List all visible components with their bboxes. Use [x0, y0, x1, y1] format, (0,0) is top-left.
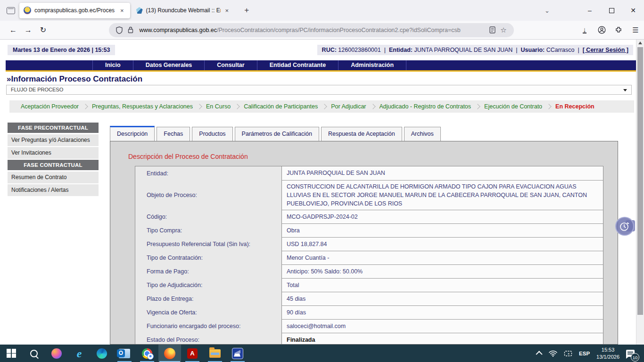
row-value: Menor Cuantía -	[281, 251, 603, 264]
url-host: www.compraspublicas.gob.ec	[139, 27, 217, 33]
taskbar-firefox-button[interactable]	[158, 345, 181, 362]
edge-icon	[97, 348, 107, 359]
address-bar[interactable]: www.compraspublicas.gob.ec/ProcesoContra…	[109, 23, 514, 37]
tray-time: 15:53	[596, 346, 619, 353]
tab-fechas[interactable]: Fechas	[157, 127, 190, 141]
tab-productos[interactable]: Productos	[192, 127, 232, 141]
connect-display-icon: a	[564, 350, 572, 357]
sidebar: FASE PRECONTRACTUAL Ver Preguntas y/ó Ac…	[8, 123, 99, 197]
row-label: Tipo Compra:	[135, 223, 281, 237]
row-label: Tipo de Adjudicación:	[135, 278, 281, 292]
taskbar-scanner-button[interactable]	[226, 345, 249, 362]
reader-mode-icon[interactable]	[487, 25, 498, 36]
nav-administracion[interactable]: Administración	[339, 60, 406, 70]
table-row: Presupuesto Referencial Total (Sin Iva):…	[135, 237, 603, 251]
tab-descripcion[interactable]: Descripción	[110, 126, 155, 141]
sidebar-item-ver-invitaciones[interactable]: Ver Invitaciones	[8, 147, 99, 159]
entidad-label: Entidad:	[389, 47, 413, 53]
table-row: Plazo de Entrega:45 dias	[135, 292, 603, 305]
row-label: Entidad:	[135, 166, 281, 180]
page-title: »Información Proceso Contratación	[7, 74, 142, 84]
close-tab-icon[interactable]: ×	[223, 7, 231, 15]
step-en-recepcion-current: En Recepción	[551, 103, 599, 110]
step-ejecucion[interactable]: Ejecución de Contrato	[479, 103, 547, 110]
shield-icon[interactable]	[114, 25, 125, 36]
row-value: Anticipo: 50% Saldo: 50.00%	[281, 264, 603, 278]
taskbar-copilot-button[interactable]	[45, 345, 68, 362]
taskbar-acrobat-button[interactable]: A	[181, 345, 204, 362]
nav-inicio[interactable]: Inicio	[92, 60, 133, 70]
taskbar-chrome-button[interactable]: ☻	[136, 345, 158, 362]
tab-compraspublicas[interactable]: compraspublicas.gob.ec/Proces ×	[19, 3, 130, 18]
close-window-button[interactable]: ✕	[622, 0, 644, 21]
downloads-button[interactable]: ↓	[576, 24, 593, 37]
row-label: Plazo de Entrega:	[135, 292, 281, 305]
menu-button[interactable]: ☰	[627, 24, 644, 37]
close-tab-icon[interactable]: ×	[118, 7, 126, 15]
description-table: Entidad:JUNTA PARROQUIAL DE SAN JUAN Obj…	[135, 166, 603, 345]
scroll-up-arrow-icon[interactable]	[638, 41, 642, 44]
tray-show-hidden-icons[interactable]	[534, 345, 545, 362]
scrollbar-thumb[interactable]	[637, 47, 643, 315]
taskbar-edge-button[interactable]	[91, 345, 113, 362]
windows-logo-icon	[7, 349, 16, 358]
bookmark-star-icon[interactable]: ☆	[498, 25, 509, 36]
tray-wifi[interactable]	[545, 345, 561, 362]
back-button[interactable]: ←	[6, 24, 21, 37]
browser-tabstrip: compraspublicas.gob.ec/Proces × (13) Rou…	[0, 0, 644, 21]
taskbar-ie-button[interactable]: e	[68, 345, 91, 362]
tab-title: compraspublicas.gob.ec/Proces	[34, 7, 116, 14]
table-row: Tipo de Adjudicación:Total	[135, 278, 603, 292]
nav-datos-generales[interactable]: Datos Generales	[133, 60, 205, 70]
tray-clock[interactable]: 15:53 13/1/2026	[593, 345, 623, 362]
logout-link[interactable]: [ Cerrar Sesión ]	[583, 47, 628, 53]
step-por-adjudicar[interactable]: Por Adjudicar	[326, 103, 371, 110]
step-calificacion[interactable]: Calificación de Participantes	[239, 103, 322, 110]
row-label: Objeto de Proceso:	[135, 180, 281, 210]
sidebar-item-notificaciones[interactable]: Notificaciones / Alertas	[8, 184, 99, 196]
search-icon	[30, 350, 38, 357]
step-aceptacion-proveedor[interactable]: Aceptación Proveedor	[16, 103, 83, 110]
chrome-icon: ☻	[142, 348, 152, 359]
list-all-tabs-icon[interactable]: ⌄	[540, 5, 554, 16]
minimize-button[interactable]: –	[579, 0, 601, 21]
tray-connect[interactable]: a	[561, 345, 576, 362]
screen: compraspublicas.gob.ec/Proces × (13) Rou…	[0, 0, 644, 362]
new-tab-button[interactable]: +	[240, 5, 253, 16]
timer-clock-icon[interactable]	[615, 217, 634, 236]
reload-button[interactable]: ↻	[36, 24, 51, 37]
sidebar-item-ver-preguntas[interactable]: Ver Preguntas y/ó Aclaraciones	[8, 134, 99, 146]
restore-button[interactable]	[601, 0, 622, 21]
nav-consultar[interactable]: Consultar	[205, 60, 257, 70]
tab-archivos[interactable]: Archivos	[404, 127, 441, 141]
row-value-estado: Finalizada	[281, 333, 603, 345]
extensions-button[interactable]	[610, 24, 627, 37]
forward-button[interactable]: →	[21, 24, 36, 37]
tab-roundcube[interactable]: (13) Roundcube Webmail :: Entr ×	[132, 3, 235, 18]
start-button[interactable]	[0, 345, 23, 362]
taskbar-search-button[interactable]	[23, 345, 45, 362]
taskbar-outlook-button[interactable]	[113, 345, 136, 362]
floating-timer-widget[interactable]	[615, 217, 636, 236]
table-row: Tipo de Contratación:Menor Cuantía -	[135, 251, 603, 264]
account-button[interactable]	[593, 24, 610, 37]
acrobat-icon: A	[187, 348, 198, 359]
ecuador-crest-favicon	[24, 7, 31, 14]
tray-language[interactable]: ESP	[576, 345, 593, 362]
notification-center-button[interactable]: 10	[623, 345, 640, 362]
lock-icon[interactable]	[125, 25, 136, 36]
table-row: Vigencia de Oferta:90 días	[135, 305, 603, 319]
nav-entidad-contratante[interactable]: Entidad Contratante	[257, 60, 339, 70]
taskbar-explorer-button[interactable]	[204, 345, 226, 362]
row-label: Vigencia de Oferta:	[135, 305, 281, 319]
firefox-view-button[interactable]	[4, 4, 17, 17]
tab-respuesta-aceptacion[interactable]: Respuesta de Aceptación	[321, 127, 402, 141]
step-en-curso[interactable]: En Curso	[201, 103, 235, 110]
tab-parametros[interactable]: Parámetros de Calificación	[235, 127, 319, 141]
step-adjudicado[interactable]: Adjudicado - Registro de Contratos	[375, 103, 476, 110]
flujo-de-proceso-select[interactable]: FLUJO DE PROCESO	[6, 85, 632, 95]
toolbar-right-icons: ↓ ☰	[576, 24, 644, 37]
page-scrollbar[interactable]	[636, 40, 644, 345]
step-preguntas[interactable]: Preguntas, Respuestas y Aclaraciones	[87, 103, 198, 110]
sidebar-item-resumen-contrato[interactable]: Resumen de Contrato	[8, 172, 99, 183]
